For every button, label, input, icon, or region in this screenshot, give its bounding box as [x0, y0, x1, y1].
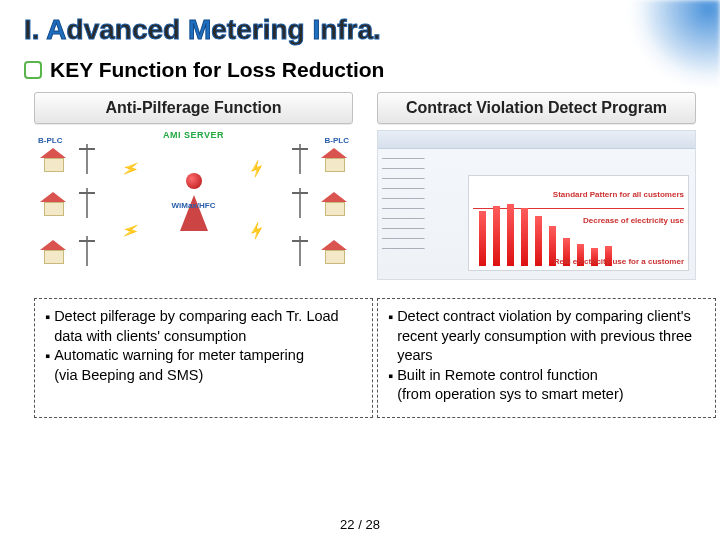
chart-bar [493, 206, 500, 266]
anti-pilferage-diagram: AMI SERVER B-PLC B-PLC WiMax/HFC ⚡ ⚡ ⚡ ⚡ [34, 130, 353, 280]
page-sep: / [355, 517, 366, 532]
chart-label-decrease: Decrease of electricity use [583, 216, 684, 225]
chart-label-standard: Standard Pattern for all customers [553, 190, 684, 199]
chart-line [473, 208, 684, 209]
right-column-header: Contract Violation Detect Program [377, 92, 696, 124]
bullet-text: Detect contract violation by comparing c… [397, 307, 705, 366]
bullet-text: Built in Remote control function (from o… [397, 366, 623, 405]
house-icon [40, 148, 66, 170]
title-accent-m: M [188, 14, 211, 45]
bullet-box-icon [24, 61, 42, 79]
corner-decoration [600, 0, 720, 90]
house-icon [321, 192, 347, 214]
title-accent-a: A [46, 14, 66, 45]
title-word2: etering [211, 14, 312, 45]
bolt-icon: ⚡ [120, 158, 141, 179]
bplc-tag-right: B-PLC [325, 136, 349, 145]
chart-bar [535, 216, 542, 266]
page-number: 22 / 28 [340, 517, 380, 532]
house-icon [40, 240, 66, 262]
bullet-text: Automatic warning for meter tampering (v… [54, 346, 304, 385]
right-bullet-box: ▪ Detect contract violation by comparing… [377, 298, 716, 418]
title-prefix: I. [24, 14, 46, 45]
violation-chart-screenshot: ────────────────────────────────────────… [377, 130, 696, 280]
chart-bar [479, 211, 486, 266]
app-toolbar [378, 131, 695, 149]
bolt-icon: ⚡ [246, 220, 267, 241]
house-icon [321, 148, 347, 170]
wimax-label: WiMax/HFC [172, 201, 216, 210]
list-item: ▪ Automatic warning for meter tampering … [45, 346, 362, 385]
page-current: 22 [340, 517, 354, 532]
house-icon [40, 192, 66, 214]
title-word3: nfra. [320, 14, 381, 45]
square-bullet-icon: ▪ [45, 307, 50, 346]
chart-label-real: Real electricity use for a customer [554, 257, 684, 266]
subheading-text: KEY Function for Loss Reduction [50, 58, 384, 82]
bplc-tag-left: B-PLC [38, 136, 62, 145]
page-total: 28 [365, 517, 379, 532]
bullet-text: Detect pilferage by comparing each Tr. L… [54, 307, 362, 346]
list-item: ▪ Detect contract violation by comparing… [388, 307, 705, 366]
chart-bar [521, 208, 528, 266]
bolt-icon: ⚡ [120, 220, 141, 241]
list-item: ▪ Built in Remote control function (from… [388, 366, 705, 405]
title-word1: dvanced [67, 14, 188, 45]
pole-icon [295, 188, 305, 218]
pole-icon [82, 188, 92, 218]
chart-side-list: ────────────────────────────────────────… [382, 153, 462, 271]
ami-server-label: AMI SERVER [163, 130, 224, 140]
pole-icon [82, 236, 92, 266]
column-right: Contract Violation Detect Program ──────… [377, 88, 720, 418]
chart-area: Standard Pattern for all customers Decre… [468, 175, 689, 271]
chart-bar [507, 204, 514, 266]
pole-icon [295, 144, 305, 174]
square-bullet-icon: ▪ [45, 346, 50, 385]
pole-icon [82, 144, 92, 174]
square-bullet-icon: ▪ [388, 366, 393, 405]
bolt-icon: ⚡ [246, 158, 267, 179]
left-bullet-box: ▪ Detect pilferage by comparing each Tr.… [34, 298, 373, 418]
two-column-layout: Anti-Pilferage Function AMI SERVER B-PLC… [0, 88, 720, 418]
list-item: ▪ Detect pilferage by comparing each Tr.… [45, 307, 362, 346]
left-column-header: Anti-Pilferage Function [34, 92, 353, 124]
column-left: Anti-Pilferage Function AMI SERVER B-PLC… [34, 88, 377, 418]
antenna-ball-icon [186, 173, 202, 189]
square-bullet-icon: ▪ [388, 307, 393, 366]
pole-icon [295, 236, 305, 266]
house-icon [321, 240, 347, 262]
